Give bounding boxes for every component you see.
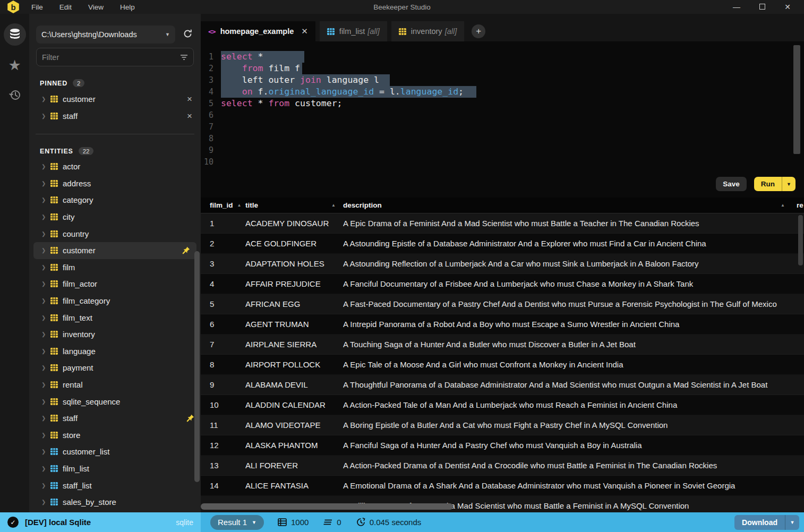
table-row[interactable]: 10ALADDIN CALENDARA Action-Packed Tale o… — [201, 395, 804, 415]
run-button[interactable]: Run — [754, 177, 782, 191]
sidebar-item-actor[interactable]: ❯actor — [29, 158, 201, 175]
sidebar-item-staff_list[interactable]: ❯staff_list — [29, 477, 201, 494]
sidebar-item-staff[interactable]: ❯staff — [29, 410, 201, 427]
sidebar-item-store[interactable]: ❯store — [29, 427, 201, 444]
sidebar-item-film_list[interactable]: ❯film_list — [29, 460, 201, 477]
sidebar-scrollbar[interactable] — [194, 251, 200, 482]
tab-homepage_example[interactable]: <>homepage_example✕ — [201, 21, 315, 41]
sidebar-item-country[interactable]: ❯country — [29, 225, 201, 242]
sidebar-item-film_category[interactable]: ❯film_category — [29, 293, 201, 310]
tab-inventory[interactable]: inventory[all] — [391, 21, 464, 41]
chevron-right-icon[interactable]: ❯ — [41, 432, 50, 438]
sidebar-item-customer[interactable]: ❯customer — [33, 242, 196, 259]
menu-file[interactable]: File — [31, 3, 52, 11]
editor-scrollbar[interactable] — [793, 45, 800, 154]
chevron-right-icon[interactable]: ❯ — [41, 214, 50, 220]
chevron-right-icon[interactable]: ❯ — [41, 382, 50, 388]
table-row[interactable]: 14ALICE FANTASIAA Emotional Drama of a A… — [201, 476, 804, 496]
refresh-button[interactable] — [183, 29, 193, 41]
tab-close-icon[interactable]: ✕ — [301, 27, 308, 36]
table-row[interactable]: 6AGENT TRUMANA Intrepid Panorama of a Ro… — [201, 314, 804, 334]
chevron-right-icon[interactable]: ❯ — [41, 181, 50, 186]
chevron-right-icon[interactable]: ❯ — [41, 331, 50, 337]
tab-film_list[interactable]: film_list[all] — [320, 21, 387, 41]
minimize-button[interactable]: — — [732, 3, 741, 11]
sidebar-item-category[interactable]: ❯category — [29, 192, 201, 209]
favorites-star-icon[interactable]: ★ — [8, 58, 21, 73]
sidebar-item-customer_list[interactable]: ❯customer_list — [29, 443, 201, 460]
code-line-3[interactable]: 3 left outer join language l — [201, 74, 804, 86]
chevron-right-icon[interactable]: ❯ — [41, 96, 50, 102]
column-header-description[interactable]: description ▲ — [343, 201, 797, 209]
sidebar-item-film[interactable]: ❯film — [29, 259, 201, 276]
table-row[interactable]: 11ALAMO VIDEOTAPEA Boring Epistle of a B… — [201, 415, 804, 435]
code-line-4[interactable]: 4 on f.original_language_id = l.language… — [201, 86, 804, 98]
table-row[interactable]: 7AIRPLANE SIERRAA Touching Saga of a Hun… — [201, 334, 804, 355]
table-row[interactable]: 9ALABAMA DEVILA Thoughtful Panorama of a… — [201, 375, 804, 395]
table-row[interactable]: 5AFRICAN EGGA Fast-Paced Documentary of … — [201, 294, 804, 314]
chevron-right-icon[interactable]: ❯ — [41, 197, 50, 203]
chevron-right-icon[interactable]: ❯ — [41, 415, 50, 421]
menu-help[interactable]: Help — [120, 3, 144, 11]
filter-input[interactable] — [42, 53, 180, 62]
horizontal-scrollbar[interactable] — [201, 503, 453, 510]
chevron-right-icon[interactable]: ❯ — [41, 247, 50, 253]
sidebar-item-address[interactable]: ❯address — [29, 175, 201, 192]
unpin-close-icon[interactable]: × — [185, 95, 194, 104]
chevron-right-icon[interactable]: ❯ — [41, 399, 50, 405]
chevron-right-icon[interactable]: ❯ — [41, 315, 50, 321]
sidebar-item-film_actor[interactable]: ❯film_actor — [29, 276, 201, 293]
code-line-8[interactable]: 8 — [201, 133, 804, 144]
new-tab-button[interactable]: + — [472, 24, 485, 38]
sidebar-item-film_text[interactable]: ❯film_text — [29, 309, 201, 326]
sql-editor[interactable]: 1select *2 from film f3 left outer join … — [201, 41, 804, 198]
chevron-right-icon[interactable]: ❯ — [41, 164, 50, 169]
code-line-6[interactable]: 6 — [201, 109, 804, 121]
database-tab-icon[interactable] — [4, 23, 26, 46]
chevron-right-icon[interactable]: ❯ — [41, 449, 50, 454]
code-line-5[interactable]: 5select * from customer; — [201, 98, 804, 109]
menu-edit[interactable]: Edit — [59, 3, 81, 11]
menu-view[interactable]: View — [88, 3, 113, 11]
sidebar-item-sqlite_sequence[interactable]: ❯sqlite_sequence — [29, 393, 201, 410]
table-row[interactable]: 1ACADEMY DINOSAURA Epic Drama of a Femin… — [201, 213, 804, 234]
run-options-button[interactable]: ▼ — [782, 177, 796, 191]
table-row[interactable]: 12ALASKA PHANTOMA Fanciful Saga of a Hun… — [201, 435, 804, 456]
chevron-right-icon[interactable]: ❯ — [41, 231, 50, 237]
table-row[interactable]: 2ACE GOLDFINGERA Astounding Epistle of a… — [201, 234, 804, 254]
chevron-right-icon[interactable]: ❯ — [41, 365, 50, 371]
chevron-right-icon[interactable]: ❯ — [41, 466, 50, 471]
history-clock-icon[interactable] — [8, 89, 21, 104]
chevron-right-icon[interactable]: ❯ — [41, 499, 50, 505]
code-line-2[interactable]: 2 from film f — [201, 63, 804, 74]
column-header-film-id[interactable]: film_id ▲ — [201, 201, 245, 209]
sidebar-item-payment[interactable]: ❯payment — [29, 359, 201, 376]
maximize-button[interactable] — [757, 3, 767, 11]
database-selector[interactable]: C:\Users\ghstng\Downloads ▼ — [36, 25, 175, 44]
results-scrollbar[interactable] — [798, 215, 803, 265]
download-options-button[interactable]: ▼ — [785, 515, 799, 530]
sidebar-item-city[interactable]: ❯city — [29, 209, 201, 226]
column-header-partial[interactable]: re — [797, 201, 804, 209]
pinned-item-customer[interactable]: ❯customer× — [29, 90, 201, 107]
chevron-right-icon[interactable]: ❯ — [41, 483, 50, 488]
table-row[interactable]: 8AIRPORT POLLOCKA Epic Tale of a Moose A… — [201, 355, 804, 375]
pin-icon[interactable] — [186, 414, 194, 422]
download-button[interactable]: Download — [734, 515, 785, 530]
code-line-9[interactable]: 9 — [201, 144, 804, 156]
sidebar-item-inventory[interactable]: ❯inventory — [29, 326, 201, 343]
close-button[interactable]: ✕ — [783, 3, 792, 11]
result-selector[interactable]: Result 1 ▼ — [210, 515, 264, 530]
unpin-close-icon[interactable]: × — [185, 111, 194, 121]
sidebar-item-language[interactable]: ❯language — [29, 343, 201, 360]
chevron-right-icon[interactable]: ❯ — [41, 264, 50, 270]
chevron-right-icon[interactable]: ❯ — [41, 281, 50, 287]
code-line-1[interactable]: 1select * — [201, 51, 804, 63]
sidebar-item-rental[interactable]: ❯rental — [29, 376, 201, 393]
table-row[interactable]: 13ALI FOREVERA Action-Packed Drama of a … — [201, 456, 804, 476]
pinned-item-staff[interactable]: ❯staff× — [29, 107, 201, 124]
sidebar-item-sales_by_store[interactable]: ❯sales_by_store — [29, 494, 201, 511]
save-button[interactable]: Save — [716, 177, 747, 191]
pin-icon[interactable] — [182, 246, 190, 254]
table-row[interactable]: 3ADAPTATION HOLESA Astounding Reflection… — [201, 254, 804, 274]
